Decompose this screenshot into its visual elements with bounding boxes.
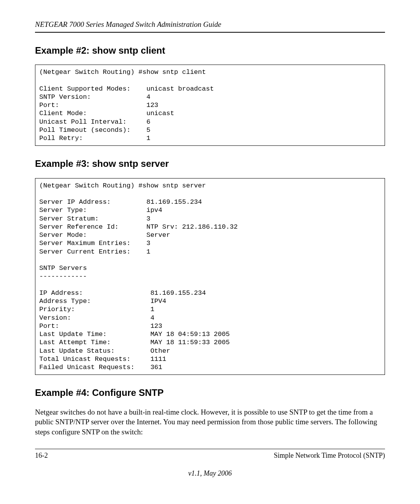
example3-code-block: (Netgear Switch Routing) #show sntp serv… [35, 178, 385, 375]
page-number: 16-2 [35, 451, 48, 460]
example4-heading: Example #4: Configure SNTP [35, 387, 385, 399]
example2-heading: Example #2: show sntp client [35, 44, 385, 57]
doc-version: v1.1, May 2006 [35, 469, 385, 478]
doc-header: NETGEAR 7000 Series Managed Switch Admin… [35, 19, 385, 33]
footer-section-title: Simple Network Time Protocol (SNTP) [274, 451, 385, 460]
example3-heading: Example #3: show sntp server [35, 158, 385, 170]
example4-body-text: Netgear switches do not have a built-in … [35, 407, 385, 437]
footer-row: 16-2 Simple Network Time Protocol (SNTP) [35, 449, 385, 460]
example2-code-block: (Netgear Switch Routing) #show sntp clie… [35, 65, 385, 146]
